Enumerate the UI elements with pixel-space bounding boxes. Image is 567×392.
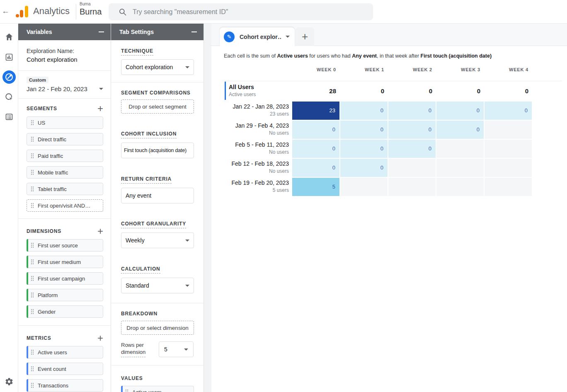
account-name: Burna bbox=[80, 7, 102, 17]
metric-chip-event-count[interactable]: Event count bbox=[27, 363, 103, 375]
values-chip-label: Active users bbox=[132, 389, 162, 392]
drag-handle-icon[interactable] bbox=[31, 382, 34, 388]
drag-handle-icon[interactable] bbox=[31, 203, 34, 208]
cohort-sheet: Each cell is the sum of Active users for… bbox=[211, 46, 567, 392]
cohort-granularity-value: Weekly bbox=[126, 237, 145, 244]
add-dimension-button[interactable]: + bbox=[97, 227, 103, 235]
date-custom-badge: Custom bbox=[27, 77, 48, 83]
drag-handle-icon[interactable] bbox=[31, 169, 34, 175]
add-segment-button[interactable]: + bbox=[97, 104, 103, 113]
minimize-variables-icon[interactable] bbox=[99, 31, 104, 32]
dimension-chip-first-user-campaign[interactable]: First user campaign bbox=[27, 272, 103, 285]
dimension-chip-platform[interactable]: Platform bbox=[27, 289, 103, 301]
nav-library-button[interactable] bbox=[0, 109, 18, 125]
dimension-label: First user campaign bbox=[38, 276, 85, 282]
cohort-cell bbox=[340, 178, 388, 196]
segment-chip-direct-traffic[interactable]: Direct traffic bbox=[27, 133, 103, 145]
nav-home-button[interactable] bbox=[0, 29, 18, 45]
logo-bar-mid bbox=[20, 10, 23, 17]
technique-value: Cohort exploration bbox=[126, 64, 173, 70]
exploration-name-label: Exploration Name: bbox=[27, 47, 103, 55]
segment-comparisons-dropzone[interactable]: Drop or select segment bbox=[121, 99, 194, 114]
metric-label: Transactions bbox=[38, 382, 68, 389]
drag-handle-icon[interactable] bbox=[31, 242, 34, 248]
search-bar[interactable] bbox=[109, 3, 373, 20]
summary-accent-bar bbox=[225, 82, 226, 100]
segments-label: SEGMENTS bbox=[27, 106, 57, 111]
summary-value: 0 bbox=[340, 87, 388, 94]
technique-select[interactable]: Cohort exploration bbox=[121, 59, 194, 75]
drag-handle-icon[interactable] bbox=[31, 349, 34, 355]
drag-handle-icon[interactable] bbox=[31, 292, 34, 298]
segment-label: First open/visit AND… bbox=[38, 203, 90, 209]
segment-label: Mobile traffic bbox=[38, 169, 68, 176]
chevron-down-icon bbox=[99, 88, 103, 90]
metric-chip-transactions[interactable]: Transactions bbox=[27, 379, 103, 392]
account-switcher[interactable]: Burna Burna bbox=[80, 2, 102, 17]
segments-section: SEGMENTS + US Direct traffic Paid traffi… bbox=[18, 99, 111, 218]
metrics-label: METRICS bbox=[27, 335, 51, 341]
cohort-inclusion-select[interactable]: First touch (acquisition date) bbox=[121, 143, 194, 158]
drag-handle-icon[interactable] bbox=[31, 259, 34, 265]
cohort-cell: 0 bbox=[340, 102, 388, 120]
tab-label: Cohort explor… bbox=[240, 34, 281, 40]
drag-handle-icon[interactable] bbox=[31, 136, 34, 142]
date-range-selector[interactable]: Jan 22 - Feb 20, 2023 bbox=[27, 85, 103, 92]
segment-chip-mobile-traffic[interactable]: Mobile traffic bbox=[27, 166, 103, 179]
account-label: Burna bbox=[80, 2, 102, 7]
dimension-label: Gender bbox=[38, 309, 56, 315]
nav-reports-button[interactable] bbox=[0, 49, 18, 65]
drag-handle-icon[interactable] bbox=[31, 309, 34, 315]
column-header: WEEK 0 bbox=[292, 67, 340, 72]
segment-chip-first-open-visit[interactable]: First open/visit AND… bbox=[27, 199, 103, 212]
add-metric-button[interactable]: + bbox=[97, 334, 103, 342]
cohort-inclusion-label: COHORT INCLUSION bbox=[121, 131, 177, 138]
calculation-select[interactable]: Standard bbox=[121, 278, 194, 293]
segment-label: Tablet traffic bbox=[38, 186, 67, 192]
dimension-chip-first-user-source[interactable]: First user source bbox=[27, 239, 103, 252]
minimize-tab-settings-icon[interactable] bbox=[191, 31, 197, 32]
add-tab-button[interactable]: + bbox=[296, 27, 314, 46]
drag-handle-icon[interactable] bbox=[31, 153, 34, 159]
cohort-cell: 0 bbox=[485, 102, 532, 120]
nav-explore-button[interactable] bbox=[0, 69, 18, 85]
nav-settings-button[interactable] bbox=[0, 373, 18, 390]
segment-chip-us[interactable]: US bbox=[27, 116, 103, 129]
cohort-granularity-select[interactable]: Weekly bbox=[121, 232, 194, 248]
summary-value: 0 bbox=[436, 87, 485, 94]
segment-chip-paid-traffic[interactable]: Paid traffic bbox=[27, 150, 103, 162]
header-divider bbox=[76, 4, 76, 19]
cohort-cell: 0 bbox=[388, 140, 436, 158]
exploration-name-value[interactable]: Cohort exploration bbox=[27, 55, 103, 64]
cohort-cell: 0 bbox=[388, 121, 436, 139]
metric-chip-active-users[interactable]: Active users bbox=[27, 346, 103, 358]
segment-chip-tablet-traffic[interactable]: Tablet traffic bbox=[27, 183, 103, 195]
nav-advertising-button[interactable] bbox=[0, 89, 18, 105]
return-criteria-select[interactable]: Any event bbox=[121, 188, 194, 203]
drag-handle-icon[interactable] bbox=[31, 276, 34, 281]
all-users-summary-row: All Users Active users 28 0 0 0 0 bbox=[225, 81, 562, 100]
cohort-cell: 5 bbox=[292, 178, 339, 196]
drag-handle-icon[interactable] bbox=[31, 366, 34, 372]
brand-title: Analytics bbox=[33, 6, 70, 17]
tab-cohort-exploration[interactable]: ✎ Cohort explor… bbox=[220, 27, 295, 46]
back-arrow-icon[interactable]: ← bbox=[2, 7, 10, 16]
rows-per-dimension-value: 5 bbox=[164, 346, 167, 353]
drag-handle-icon[interactable] bbox=[31, 186, 34, 192]
summary-value: 0 bbox=[388, 87, 436, 94]
dimension-chip-first-user-medium[interactable]: First user medium bbox=[27, 256, 103, 268]
tab-settings-title: Tab Settings bbox=[119, 29, 154, 35]
rows-per-dimension-select[interactable]: 5 bbox=[159, 341, 194, 357]
advertising-icon bbox=[5, 92, 14, 102]
drag-handle-icon[interactable] bbox=[125, 389, 128, 392]
drag-handle-icon[interactable] bbox=[31, 120, 34, 126]
search-input[interactable] bbox=[133, 8, 348, 16]
left-nav-rail bbox=[0, 24, 18, 392]
cohort-row-sublabel: No users bbox=[224, 149, 289, 155]
values-chip-active-users[interactable]: Active users bbox=[121, 386, 194, 392]
dimension-chip-gender[interactable]: Gender bbox=[27, 305, 103, 318]
dimension-label: Platform bbox=[38, 292, 58, 298]
cohort-cell bbox=[485, 178, 532, 196]
breakdown-dropzone[interactable]: Drop or select dimension bbox=[121, 321, 194, 335]
cohort-cell bbox=[436, 159, 484, 177]
